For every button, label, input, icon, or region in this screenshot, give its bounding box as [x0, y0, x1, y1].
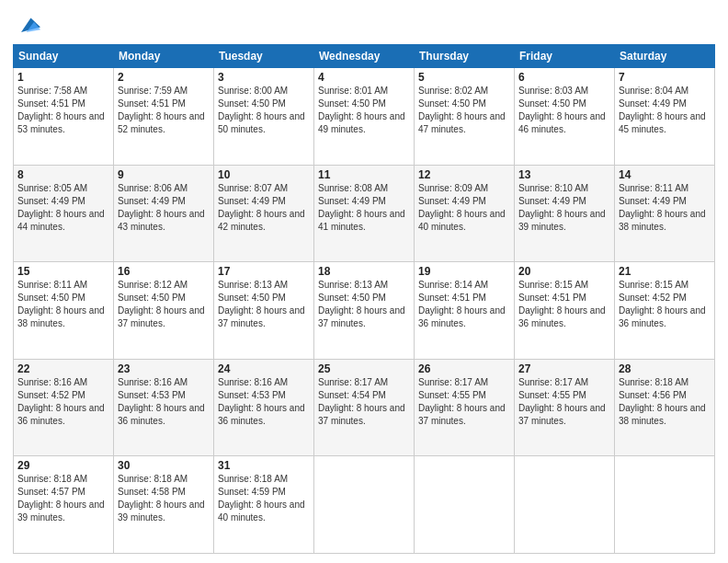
- day-number: 2: [118, 71, 210, 84]
- day-cell: 12 Sunrise: 8:09 AM Sunset: 4:49 PM Dayl…: [415, 165, 515, 262]
- day-info: Sunrise: 8:13 AM Sunset: 4:50 PM Dayligh…: [218, 279, 310, 330]
- day-info: Sunrise: 8:07 AM Sunset: 4:49 PM Dayligh…: [218, 182, 310, 234]
- day-number: 18: [318, 265, 410, 278]
- day-number: 19: [418, 265, 510, 278]
- day-cell: 2 Sunrise: 7:59 AM Sunset: 4:51 PM Dayli…: [114, 68, 214, 166]
- day-info: Sunrise: 8:09 AM Sunset: 4:49 PM Dayligh…: [418, 182, 510, 234]
- day-cell: 4 Sunrise: 8:01 AM Sunset: 4:50 PM Dayli…: [314, 68, 415, 166]
- col-header-tuesday: Tuesday: [214, 45, 314, 68]
- day-number: 29: [17, 459, 109, 472]
- day-number: 9: [118, 168, 210, 181]
- day-cell: [415, 456, 515, 554]
- day-info: Sunrise: 8:00 AM Sunset: 4:50 PM Dayligh…: [218, 85, 310, 136]
- day-number: 10: [218, 168, 310, 181]
- day-cell: 23 Sunrise: 8:16 AM Sunset: 4:53 PM Dayl…: [114, 359, 214, 456]
- day-cell: 25 Sunrise: 8:17 AM Sunset: 4:54 PM Dayl…: [314, 359, 415, 456]
- day-info: Sunrise: 7:58 AM Sunset: 4:51 PM Dayligh…: [17, 85, 109, 136]
- day-number: 30: [118, 459, 210, 472]
- logo: [13, 13, 40, 39]
- day-cell: 19 Sunrise: 8:14 AM Sunset: 4:51 PM Dayl…: [415, 262, 515, 360]
- day-number: 16: [118, 265, 210, 278]
- day-cell: [615, 456, 715, 554]
- header: [13, 9, 715, 39]
- day-info: Sunrise: 8:01 AM Sunset: 4:50 PM Dayligh…: [318, 85, 410, 136]
- day-info: Sunrise: 8:16 AM Sunset: 4:52 PM Dayligh…: [17, 376, 109, 428]
- col-header-wednesday: Wednesday: [314, 45, 415, 68]
- day-number: 8: [17, 168, 109, 181]
- day-info: Sunrise: 8:13 AM Sunset: 4:50 PM Dayligh…: [318, 279, 410, 330]
- day-cell: 14 Sunrise: 8:11 AM Sunset: 4:49 PM Dayl…: [615, 165, 715, 262]
- day-cell: 6 Sunrise: 8:03 AM Sunset: 4:50 PM Dayli…: [515, 68, 615, 166]
- day-info: Sunrise: 8:18 AM Sunset: 4:56 PM Dayligh…: [619, 376, 711, 428]
- day-number: 15: [17, 265, 109, 278]
- day-cell: [314, 456, 415, 554]
- day-number: 4: [318, 71, 410, 84]
- day-number: 22: [17, 362, 109, 375]
- week-row-1: 1 Sunrise: 7:58 AM Sunset: 4:51 PM Dayli…: [14, 68, 715, 166]
- day-info: Sunrise: 8:16 AM Sunset: 4:53 PM Dayligh…: [118, 376, 210, 428]
- day-info: Sunrise: 8:10 AM Sunset: 4:49 PM Dayligh…: [518, 182, 610, 234]
- day-number: 11: [318, 168, 410, 181]
- day-cell: 7 Sunrise: 8:04 AM Sunset: 4:49 PM Dayli…: [615, 68, 715, 166]
- day-number: 5: [418, 71, 510, 84]
- day-number: 23: [118, 362, 210, 375]
- day-info: Sunrise: 8:18 AM Sunset: 4:58 PM Dayligh…: [118, 473, 210, 524]
- day-info: Sunrise: 8:18 AM Sunset: 4:59 PM Dayligh…: [218, 473, 310, 524]
- day-number: 1: [17, 71, 109, 84]
- day-cell: 29 Sunrise: 8:18 AM Sunset: 4:57 PM Dayl…: [14, 456, 114, 554]
- day-info: Sunrise: 8:11 AM Sunset: 4:49 PM Dayligh…: [619, 182, 711, 234]
- day-number: 24: [218, 362, 310, 375]
- day-number: 17: [218, 265, 310, 278]
- day-info: Sunrise: 8:17 AM Sunset: 4:54 PM Dayligh…: [318, 376, 410, 428]
- day-info: Sunrise: 8:02 AM Sunset: 4:50 PM Dayligh…: [418, 85, 510, 136]
- day-cell: 17 Sunrise: 8:13 AM Sunset: 4:50 PM Dayl…: [214, 262, 314, 360]
- day-info: Sunrise: 8:18 AM Sunset: 4:57 PM Dayligh…: [17, 473, 109, 524]
- page: SundayMondayTuesdayWednesdayThursdayFrid…: [0, 0, 728, 563]
- day-number: 12: [418, 168, 510, 181]
- week-row-4: 22 Sunrise: 8:16 AM Sunset: 4:52 PM Dayl…: [14, 359, 715, 456]
- day-info: Sunrise: 8:16 AM Sunset: 4:53 PM Dayligh…: [218, 376, 310, 428]
- week-row-3: 15 Sunrise: 8:11 AM Sunset: 4:50 PM Dayl…: [14, 262, 715, 360]
- day-cell: 11 Sunrise: 8:08 AM Sunset: 4:49 PM Dayl…: [314, 165, 415, 262]
- day-cell: 22 Sunrise: 8:16 AM Sunset: 4:52 PM Dayl…: [14, 359, 114, 456]
- day-number: 20: [518, 265, 610, 278]
- day-number: 31: [218, 459, 310, 472]
- day-number: 26: [418, 362, 510, 375]
- day-cell: 3 Sunrise: 8:00 AM Sunset: 4:50 PM Dayli…: [214, 68, 314, 166]
- day-info: Sunrise: 8:15 AM Sunset: 4:51 PM Dayligh…: [518, 279, 610, 330]
- day-info: Sunrise: 8:17 AM Sunset: 4:55 PM Dayligh…: [518, 376, 610, 428]
- day-cell: 21 Sunrise: 8:15 AM Sunset: 4:52 PM Dayl…: [615, 262, 715, 360]
- day-info: Sunrise: 8:03 AM Sunset: 4:50 PM Dayligh…: [518, 85, 610, 136]
- day-info: Sunrise: 8:11 AM Sunset: 4:50 PM Dayligh…: [17, 279, 109, 330]
- col-header-friday: Friday: [515, 45, 615, 68]
- day-info: Sunrise: 8:17 AM Sunset: 4:55 PM Dayligh…: [418, 376, 510, 428]
- week-row-5: 29 Sunrise: 8:18 AM Sunset: 4:57 PM Dayl…: [14, 456, 715, 554]
- day-number: 6: [518, 71, 610, 84]
- day-cell: 24 Sunrise: 8:16 AM Sunset: 4:53 PM Dayl…: [214, 359, 314, 456]
- day-cell: 9 Sunrise: 8:06 AM Sunset: 4:49 PM Dayli…: [114, 165, 214, 262]
- day-cell: 26 Sunrise: 8:17 AM Sunset: 4:55 PM Dayl…: [415, 359, 515, 456]
- day-number: 7: [619, 71, 711, 84]
- day-cell: 28 Sunrise: 8:18 AM Sunset: 4:56 PM Dayl…: [615, 359, 715, 456]
- day-info: Sunrise: 8:14 AM Sunset: 4:51 PM Dayligh…: [418, 279, 510, 330]
- day-cell: 15 Sunrise: 8:11 AM Sunset: 4:50 PM Dayl…: [14, 262, 114, 360]
- day-cell: 20 Sunrise: 8:15 AM Sunset: 4:51 PM Dayl…: [515, 262, 615, 360]
- calendar-table: SundayMondayTuesdayWednesdayThursdayFrid…: [13, 44, 715, 554]
- day-info: Sunrise: 8:15 AM Sunset: 4:52 PM Dayligh…: [619, 279, 711, 330]
- logo-icon: [15, 13, 40, 39]
- day-number: 25: [318, 362, 410, 375]
- day-cell: 10 Sunrise: 8:07 AM Sunset: 4:49 PM Dayl…: [214, 165, 314, 262]
- day-cell: 31 Sunrise: 8:18 AM Sunset: 4:59 PM Dayl…: [214, 456, 314, 554]
- day-info: Sunrise: 7:59 AM Sunset: 4:51 PM Dayligh…: [118, 85, 210, 136]
- day-cell: 8 Sunrise: 8:05 AM Sunset: 4:49 PM Dayli…: [14, 165, 114, 262]
- day-cell: 18 Sunrise: 8:13 AM Sunset: 4:50 PM Dayl…: [314, 262, 415, 360]
- day-number: 21: [619, 265, 711, 278]
- day-info: Sunrise: 8:06 AM Sunset: 4:49 PM Dayligh…: [118, 182, 210, 234]
- day-cell: 16 Sunrise: 8:12 AM Sunset: 4:50 PM Dayl…: [114, 262, 214, 360]
- day-number: 28: [619, 362, 711, 375]
- day-number: 14: [619, 168, 711, 181]
- day-cell: 27 Sunrise: 8:17 AM Sunset: 4:55 PM Dayl…: [515, 359, 615, 456]
- day-cell: 13 Sunrise: 8:10 AM Sunset: 4:49 PM Dayl…: [515, 165, 615, 262]
- day-number: 13: [518, 168, 610, 181]
- col-header-monday: Monday: [114, 45, 214, 68]
